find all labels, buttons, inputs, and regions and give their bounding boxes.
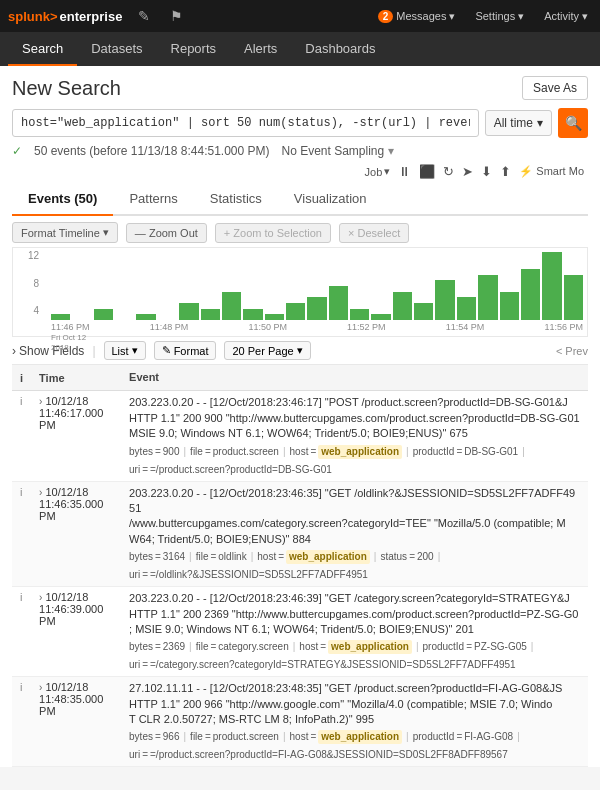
settings-menu[interactable]: Settings ▾ [471,10,528,23]
event-main-text: 203.223.0.20 - - [12/Oct/2018:23:46:35] … [129,486,580,548]
zoom-out-btn[interactable]: — Zoom Out [126,223,207,243]
x-label-3: 11:50 PM [248,322,287,352]
expand-arrow[interactable]: › [39,592,42,603]
activity-menu[interactable]: Activity ▾ [540,10,592,23]
show-fields-arrow: › [12,344,16,358]
field-value: DB-SG-G01 [464,445,518,459]
event-fields: bytes = 3164|file = oldlink|host = web_a… [129,550,580,582]
send-icon[interactable]: ➤ [462,164,473,179]
flag-icon[interactable]: ⚑ [166,8,187,24]
field-item: productId = PZ-SG-G05 [422,640,526,654]
field-value: web_application [318,445,402,459]
row-info-icon: i [20,486,22,498]
table-row: i› 10/12/1811:46:17.000 PM203.223.0.20 -… [12,391,588,481]
search-input[interactable] [12,109,479,137]
event-main-text: 203.223.0.20 - - [12/Oct/2018:23:46:39] … [129,591,580,637]
search-button[interactable]: 🔍 [558,108,588,138]
chart-bar [521,269,540,320]
nav-search[interactable]: Search [8,32,77,66]
table-row: i› 10/12/1811:46:35.000 PM203.223.0.20 -… [12,481,588,587]
field-key: productId [413,445,455,459]
field-item: productId = FI-AG-G08 [413,730,513,744]
nav-alerts[interactable]: Alerts [230,32,291,66]
tab-patterns[interactable]: Patterns [113,183,193,216]
zoom-out-label: — Zoom Out [135,227,198,239]
download-icon[interactable]: ⬇ [481,164,492,179]
field-item: bytes = 900 [129,445,179,459]
page-title: New Search [12,77,121,100]
row-info-icon: i [20,395,22,407]
field-value: web_application [286,550,370,564]
field-key: host [257,550,276,564]
field-value: PZ-SG-G05 [474,640,527,654]
enterprise-text: enterprise [60,9,123,24]
chart-bar [500,292,519,320]
field-equals: = [142,748,148,762]
chart-bar [51,314,70,320]
field-equals: = [205,730,211,744]
tab-events[interactable]: Events (50) [12,183,113,216]
event-main-text: 203.223.0.20 - - [12/Oct/2018:23:46:17] … [129,395,580,441]
nav-datasets[interactable]: Datasets [77,32,156,66]
field-equals: = [456,445,462,459]
field-equals: = [142,658,148,672]
field-key: file [196,550,209,564]
field-separator: | [406,445,409,459]
field-equals: = [210,640,216,654]
pause-icon[interactable]: ⏸ [398,164,411,179]
sampling-arrow: ▾ [388,144,394,158]
field-equals: = [310,730,316,744]
chart-bar [94,309,113,320]
job-dropdown[interactable]: Job ▾ [365,165,391,178]
field-key: uri [129,568,140,582]
toolbar: Job ▾ ⏸ ⬛ ↻ ➤ ⬇ ⬆ ⚡ Smart Mo [12,164,588,179]
chart-bar [179,303,198,320]
time-range-label: All time [494,116,533,130]
refresh-icon[interactable]: ↻ [443,164,454,179]
field-equals: = [142,568,148,582]
event-content: 203.223.0.20 - - [12/Oct/2018:23:46:39] … [121,587,588,677]
field-equals: = [278,550,284,564]
field-value: 2369 [163,640,185,654]
stop-icon[interactable]: ⬛ [419,164,435,179]
search-bar: All time ▾ 🔍 [12,108,588,138]
x-label-1: 11:46 PMFri Oct 122018 [51,322,90,352]
field-item: host = web_application [257,550,370,564]
job-arrow: ▾ [384,165,390,178]
field-separator: | [293,640,296,654]
expand-arrow[interactable]: › [39,682,42,693]
chart-bar [136,314,155,320]
chart-bar [115,318,134,320]
field-separator: | [531,640,534,654]
format-timeline-btn[interactable]: Format Timeline ▾ [12,222,118,243]
field-key: uri [129,463,140,477]
expand-arrow[interactable]: › [39,487,42,498]
tab-visualization[interactable]: Visualization [278,183,383,216]
nav-dashboards[interactable]: Dashboards [291,32,389,66]
field-item: file = product.screen [190,730,279,744]
field-item: file = category.screen [196,640,289,654]
time-range-dropdown[interactable]: All time ▾ [485,110,552,136]
deselect-label: × Deselect [348,227,400,239]
col-header-event: Event [121,365,588,391]
tab-statistics[interactable]: Statistics [194,183,278,216]
field-item: uri = =/category.screen?categoryId=STRAT… [129,658,516,672]
field-key: status [380,550,407,564]
field-item: productId = DB-SG-G01 [413,445,518,459]
field-key: uri [129,748,140,762]
event-content: 27.102.11.11 - - [12/Oct/2018:23:48:35] … [121,677,588,767]
messages-menu[interactable]: 2 Messages ▾ [374,10,460,23]
field-value: 900 [163,445,180,459]
share-icon[interactable]: ⬆ [500,164,511,179]
nav-reports[interactable]: Reports [157,32,231,66]
field-equals: = [409,550,415,564]
save-as-button[interactable]: Save As [522,76,588,100]
field-separator: | [283,445,286,459]
expand-arrow[interactable]: › [39,396,42,407]
splunk-logo[interactable]: splunk>enterprise [8,9,122,24]
field-value: 200 [417,550,434,564]
edit-icon[interactable]: ✎ [134,8,154,24]
smart-mode-toggle[interactable]: ⚡ Smart Mo [519,165,584,178]
no-event-sampling[interactable]: No Event Sampling ▾ [282,144,394,158]
chart-bar [222,292,241,320]
